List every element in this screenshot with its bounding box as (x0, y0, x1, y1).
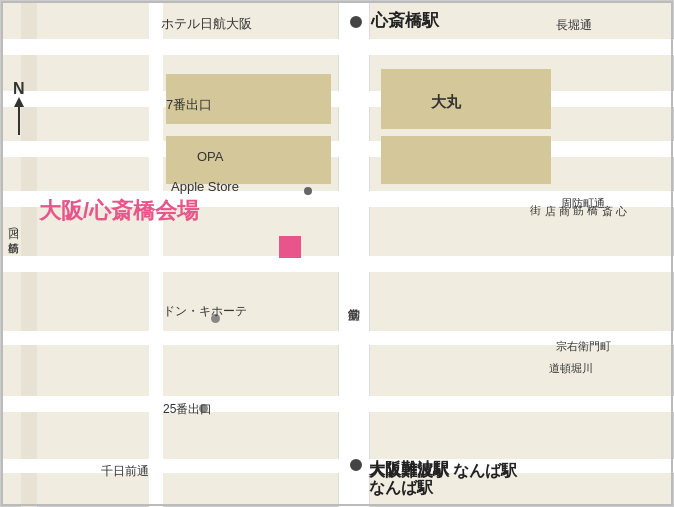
donki-label: ドン・キホーテ (163, 303, 247, 320)
namba-station-dot (347, 456, 365, 474)
map-border (1, 1, 673, 506)
opa-left-building (166, 136, 331, 184)
daimaru-label: 大丸 (431, 93, 461, 112)
dotonbori-label: 道頓堀川 (549, 361, 593, 376)
yotsubashi-road (21, 1, 37, 507)
north-label: N (13, 81, 25, 97)
hotel-label: ホテル日航大阪 (161, 15, 252, 33)
nagabori-label: 長堀通 (556, 17, 592, 34)
north-arrow: N (13, 81, 25, 135)
exit25-label: 25番出口 (163, 401, 212, 418)
chinichimaedori-label: 千日前通 (101, 463, 149, 480)
road-h5 (1, 256, 674, 272)
apple-store-dot (304, 187, 312, 195)
venue-marker (279, 236, 301, 258)
daimaru-building (381, 69, 551, 129)
shuho-label: 周防町通 (561, 196, 605, 211)
souemon-label: 宗右衛門町 (556, 339, 611, 354)
namba-label-1: 大阪難波駅 (369, 459, 449, 480)
apple-store-label: Apple Store (171, 179, 239, 194)
shinsaibashi-station-dot (347, 13, 365, 31)
opa-right-building (381, 136, 551, 184)
road-h1 (1, 39, 674, 55)
road-h7 (1, 396, 674, 412)
namba-label-2: なんば駅 (369, 478, 433, 499)
yotsubashi-label: 四つ橋筋 (6, 221, 21, 234)
map-container: N ホテル日航大阪 7番出口 OPA Apple Store 大丸 心斎橋駅 大… (0, 0, 674, 507)
road-v3 (149, 1, 163, 507)
venue-name-label: 大阪/心斎橋会場 (39, 196, 199, 226)
opa-label: OPA (197, 149, 224, 164)
exit7-label: 7番出口 (166, 96, 212, 114)
road-h3 (1, 141, 674, 157)
shinsaibashi-station-label: 心斎橋駅 (371, 9, 439, 32)
midosuji-road (338, 1, 370, 507)
road-h2 (1, 91, 674, 107)
